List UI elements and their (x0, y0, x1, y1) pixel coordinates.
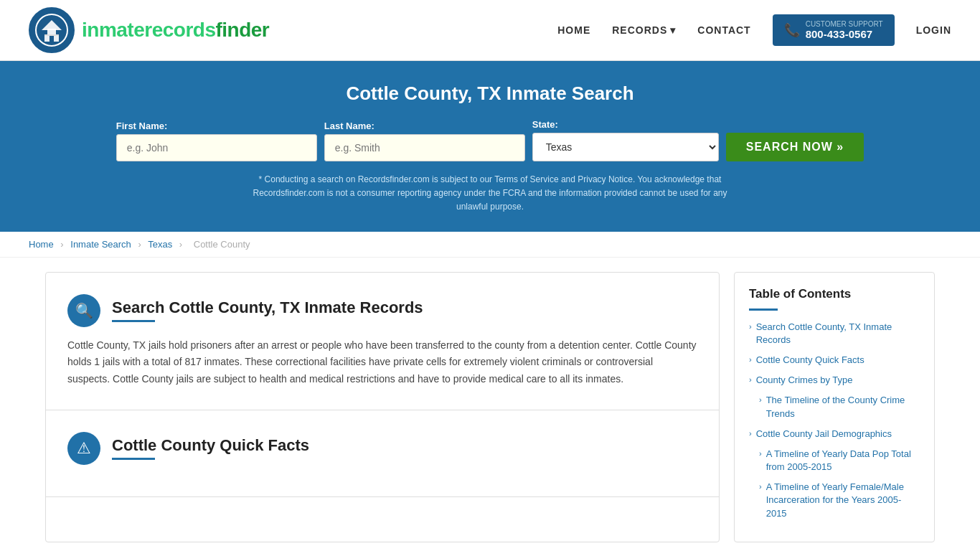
content-area: 🔍 Search Cottle County, TX Inmate Record… (45, 272, 720, 542)
breadcrumb-home[interactable]: Home (29, 239, 54, 250)
toc-link[interactable]: County Crimes by Type (756, 374, 853, 387)
chevron-icon: › (759, 482, 762, 491)
toc-link[interactable]: Cottle County Jail Demographics (756, 428, 892, 441)
section-header-facts: ⚠ Cottle County Quick Facts (67, 432, 697, 465)
state-select[interactable]: AlabamaAlaskaArizonaArkansasCaliforniaCo… (532, 133, 719, 161)
nav-login[interactable]: LOGIN (916, 24, 951, 36)
support-phone: 800-433-0567 (806, 28, 883, 40)
first-name-field-group: First Name: (116, 121, 317, 161)
title-underline (112, 320, 155, 322)
toc-item[interactable]: ›Search Cottle County, TX Inmate Records (749, 321, 920, 347)
search-form: First Name: Last Name: State: AlabamaAla… (29, 119, 951, 161)
toc-divider (749, 309, 778, 311)
search-section-title: Search Cottle County, TX Inmate Records (112, 298, 423, 317)
nav-home[interactable]: HOME (557, 24, 590, 36)
breadcrumb-county: Cottle County (194, 239, 250, 250)
toc-item[interactable]: ›Cottle County Jail Demographics (749, 428, 920, 441)
breadcrumb-state[interactable]: Texas (148, 239, 172, 250)
main-nav: HOME RECORDS ▾ CONTACT 📞 CUSTOMER SUPPOR… (557, 14, 951, 46)
hero-banner: Cottle County, TX Inmate Search First Na… (0, 61, 980, 232)
search-records-section: 🔍 Search Cottle County, TX Inmate Record… (46, 273, 719, 410)
toc-items-container: ›Search Cottle County, TX Inmate Records… (749, 321, 920, 520)
state-label: State: (532, 119, 558, 130)
site-header: inmaterecordsfinder HOME RECORDS ▾ CONTA… (0, 0, 980, 61)
nav-records-label: RECORDS (612, 24, 667, 36)
toc-link[interactable]: A Timeline of Yearly Female/Male Incarce… (766, 481, 920, 520)
toc-link[interactable]: Cottle County Quick Facts (756, 354, 864, 367)
toc-link[interactable]: The Timeline of the County Crime Trends (766, 394, 920, 420)
facts-title-wrap: Cottle County Quick Facts (112, 436, 309, 460)
chevron-icon: › (759, 395, 762, 404)
search-title-wrap: Search Cottle County, TX Inmate Records (112, 298, 423, 322)
toc-item[interactable]: ›A Timeline of Yearly Data Pop Total fro… (749, 448, 920, 474)
first-name-label: First Name: (116, 121, 168, 131)
main-layout: 🔍 Search Cottle County, TX Inmate Record… (31, 272, 949, 542)
support-info: CUSTOMER SUPPORT 800-433-0567 (806, 20, 883, 40)
section-header-search: 🔍 Search Cottle County, TX Inmate Record… (67, 294, 697, 327)
toc-link[interactable]: A Timeline of Yearly Data Pop Total from… (766, 448, 920, 474)
logo-text: inmaterecordsfinder (82, 19, 269, 42)
chevron-down-icon: ▾ (670, 24, 676, 36)
facts-section-title: Cottle County Quick Facts (112, 436, 309, 455)
phone-icon: 📞 (784, 22, 800, 38)
facts-title-underline (112, 458, 155, 460)
chevron-icon: › (749, 355, 752, 364)
first-name-input[interactable] (116, 134, 317, 161)
svg-rect-5 (44, 34, 59, 36)
chevron-icon: › (749, 375, 752, 384)
page-title: Cottle County, TX Inmate Search (29, 83, 951, 105)
search-icon: 🔍 (67, 294, 100, 327)
sidebar-toc: Table of Contents ›Search Cottle County,… (734, 272, 935, 542)
breadcrumb-sep-3: › (179, 239, 182, 250)
breadcrumb-inmate-search[interactable]: Inmate Search (70, 239, 131, 250)
nav-records[interactable]: RECORDS ▾ (612, 24, 676, 36)
toc-title: Table of Contents (749, 287, 920, 301)
toc-link[interactable]: Search Cottle County, TX Inmate Records (756, 321, 920, 347)
logo-accent-text: finder (215, 19, 269, 41)
search-section-body: Cottle County, TX jails hold prisoners a… (67, 337, 697, 388)
customer-support-block: 📞 CUSTOMER SUPPORT 800-433-0567 (773, 14, 895, 46)
alert-icon: ⚠ (67, 432, 100, 465)
breadcrumb-sep-1: › (60, 239, 63, 250)
toc-box: Table of Contents ›Search Cottle County,… (734, 272, 935, 542)
last-name-label: Last Name: (324, 121, 374, 131)
chevron-icon: › (759, 449, 762, 458)
toc-item[interactable]: ›Cottle County Quick Facts (749, 354, 920, 367)
disclaimer-text: * Conducting a search on Recordsfinder.c… (239, 173, 741, 215)
last-name-input[interactable] (324, 134, 525, 161)
logo-main-text: inmaterecords (82, 19, 215, 41)
last-name-field-group: Last Name: (324, 121, 525, 161)
nav-contact[interactable]: CONTACT (697, 24, 750, 36)
quick-facts-section: ⚠ Cottle County Quick Facts (46, 410, 719, 497)
toc-item[interactable]: ›A Timeline of Yearly Female/Male Incarc… (749, 481, 920, 520)
breadcrumb-sep-2: › (138, 239, 141, 250)
chevron-icon: › (749, 429, 752, 438)
toc-item[interactable]: ›The Timeline of the County Crime Trends (749, 394, 920, 420)
chevron-icon: › (749, 322, 752, 331)
search-button[interactable]: SEARCH NOW » (726, 133, 864, 161)
logo-area: inmaterecordsfinder (29, 7, 269, 53)
state-field-group: State: AlabamaAlaskaArizonaArkansasCalif… (532, 119, 719, 161)
toc-item[interactable]: ›County Crimes by Type (749, 374, 920, 387)
support-label: CUSTOMER SUPPORT (806, 20, 883, 28)
breadcrumb: Home › Inmate Search › Texas › Cottle Co… (0, 232, 980, 258)
svg-rect-4 (50, 36, 54, 42)
logo-icon (29, 7, 75, 53)
